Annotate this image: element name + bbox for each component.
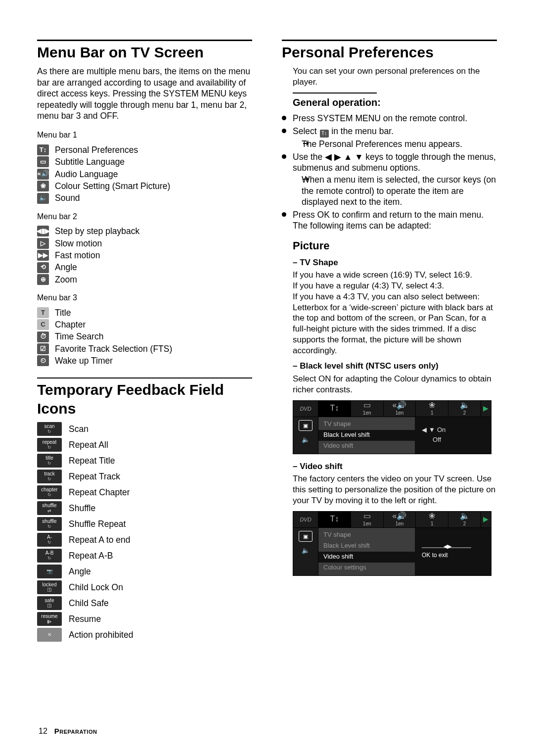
osd-side-picture-icon: ▣ <box>299 531 312 542</box>
step-press-ok: Press OK to confirm and return to the ma… <box>282 209 497 232</box>
osd-option-off: Off <box>433 436 441 444</box>
osd-item-video-shift: Video shift <box>318 552 415 563</box>
step-select-icon: Select T↕ in the menu bar. The Personal … <box>282 126 497 150</box>
osd-item-tv-shape: TV shape <box>318 419 415 430</box>
list-item: Child Lock On <box>69 582 123 593</box>
list-item: Repeat A to end <box>69 534 131 545</box>
heading-menu-bar: Menu Bar on TV Screen <box>37 40 252 62</box>
osd-black-level: DVD T↕ ▭1en «🔊1en ❀1 🔈2 ▶ ▣ 🔈 TV shape B… <box>293 400 491 454</box>
repeat-chapter-badge-icon: chapter↻ <box>37 485 62 499</box>
list-item: Repeat Chapter <box>69 487 130 498</box>
down-arrow-icon: ▼ <box>355 152 363 162</box>
colour-setting-icon: ❀ <box>37 181 49 191</box>
general-operation-steps: Press SYSTEM MENU on the remote control.… <box>282 113 497 231</box>
step-playback-icon: ◀▮▶ <box>37 226 49 236</box>
osd-item-video-shift: Video shift <box>318 441 415 452</box>
audio-lang-icon: «🔊 <box>37 169 49 180</box>
repeat-title-badge-icon: title↻ <box>37 454 62 468</box>
menu-bar-3-title: Menu bar 3 <box>37 293 252 303</box>
repeat-all-badge-icon: repeat↻ <box>37 438 62 452</box>
child-lock-on-badge-icon: locked⚿ <box>37 580 62 594</box>
list-item: Favorite Track Selection (FTS) <box>55 343 172 354</box>
list-item: Time Search <box>55 331 104 342</box>
osd-ok-hint: OK to exit <box>422 552 448 559</box>
resume-badge-icon: resume▮▸ <box>37 612 62 626</box>
menu-bar-1-title: Menu bar 1 <box>37 130 252 140</box>
sound-icon: 🔈 <box>37 193 49 204</box>
osd-option-on: On <box>437 426 445 434</box>
tv-shape-body: If you have a wide screen (16:9) TV, sel… <box>293 270 497 356</box>
black-level-title: – Black level shift (NTSC users only) <box>293 361 497 372</box>
list-item: Fast motion <box>55 250 100 261</box>
osd-side-picture-icon: ▣ <box>299 420 312 431</box>
repeat-track-badge-icon: track↻ <box>37 470 62 483</box>
list-item: Repeat All <box>69 439 108 450</box>
list-item: Angle <box>55 262 77 273</box>
black-level-body: Select ON for adapting the Colour dynami… <box>293 374 497 395</box>
list-item: Audio Language <box>55 169 118 180</box>
menu-bar-2-list: ◀▮▶Step by step playback ▷Slow motion ▶▶… <box>37 226 252 285</box>
osd-tab-sound-icon: 🔈2 <box>448 512 481 527</box>
osd-item-tv-shape: TV shape <box>318 530 415 541</box>
general-operation-title: General operation: <box>293 96 497 109</box>
shuffle-repeat-badge-icon: shuffle↻ <box>37 517 62 531</box>
osd-side-sound-icon: 🔈 <box>302 436 310 444</box>
picture-title: Picture <box>293 239 497 253</box>
list-item: Sound <box>55 192 80 203</box>
list-item: Scan <box>69 424 89 434</box>
osd-tab-colour-icon: ❀1 <box>416 401 448 417</box>
child-safe-badge-icon: safe⚿ <box>37 596 62 610</box>
slow-motion-icon: ▷ <box>37 238 49 249</box>
menu-bar-3-list: TTitle CChapter ⏱Time Search ☑Favorite T… <box>37 307 252 367</box>
list-item: Slow motion <box>55 238 102 249</box>
list-item: Action prohibited <box>69 629 133 640</box>
shuffle-badge-icon: shuffle⇄ <box>37 501 62 515</box>
list-item: Personal Preferences <box>55 144 138 155</box>
osd-slider <box>422 547 471 548</box>
osd-item-colour-settings: Colour settings <box>318 563 415 573</box>
osd-tab-audio-icon: «🔊1en <box>384 401 416 417</box>
osd-nav-right-icon: ▶ <box>481 515 491 524</box>
tv-shape-title: – TV Shape <box>293 257 497 268</box>
zoom-icon: ⊕ <box>37 274 49 285</box>
osd-tab-audio-icon: «🔊1en <box>384 512 416 527</box>
osd-tab-prefs-icon: T↕ <box>318 512 351 527</box>
osd-item-black-level: Black Level shift <box>318 430 415 441</box>
menu-bar-intro: As there are multiple menu bars, the ite… <box>37 66 252 121</box>
video-shift-title: – Video shift <box>293 461 497 472</box>
list-item: Repeat Track <box>69 471 120 482</box>
repeat-ab-badge-icon: A-B↻ <box>37 549 62 563</box>
list-item: Colour Setting (Smart Picture) <box>55 181 170 191</box>
heading-personal-preferences: Personal Preferences <box>282 40 497 62</box>
section-name: Preparation <box>54 726 97 736</box>
personal-prefs-intro: You can set your own personal preference… <box>293 66 497 88</box>
heading-feedback-icons: Temporary Feedback Field Icons <box>37 378 252 419</box>
osd-tab-subtitle-icon: ▭1en <box>351 401 384 417</box>
osd-nav-right-icon: ▶ <box>481 404 491 413</box>
osd-tab-sound-icon: 🔈2 <box>448 401 481 417</box>
dvd-logo-icon: DVD <box>293 512 318 527</box>
list-item: Angle <box>69 566 91 577</box>
list-item: Repeat Title <box>69 455 115 466</box>
list-item: Subtitle Language <box>55 156 125 167</box>
dvd-logo-icon: DVD <box>293 401 318 417</box>
subtitle-lang-icon: ▭ <box>37 156 49 167</box>
menu-bar-1-list: T↕Personal Preferences ▭Subtitle Languag… <box>37 144 252 204</box>
personal-prefs-icon: T↕ <box>37 144 49 155</box>
fts-icon: ☑ <box>37 343 49 354</box>
angle-badge-icon: 📷 <box>37 565 62 578</box>
list-item: Child Safe <box>69 598 109 609</box>
step-use-arrows: Use the ◀ ▶ ▲ ▼ keys to toggle through t… <box>282 151 497 208</box>
osd-video-shift: DVD T↕ ▭1en «🔊1en ❀1 🔈2 ▶ ▣ 🔈 TV shape B… <box>293 511 491 576</box>
osd-tab-subtitle-icon: ▭1en <box>351 512 384 527</box>
list-item: Chapter <box>55 319 86 330</box>
personal-prefs-inline-icon: T↕ <box>320 130 329 138</box>
prohibited-badge-icon: ✕ <box>37 628 62 642</box>
step-press-system-menu: Press SYSTEM MENU on the remote control. <box>282 113 497 124</box>
osd-tab-colour-icon: ❀1 <box>416 512 448 527</box>
list-item: Step by step playback <box>55 226 139 236</box>
chapter-icon: C <box>37 319 49 330</box>
menu-bar-2-title: Menu bar 2 <box>37 212 252 222</box>
list-item: Repeat A-B <box>69 550 113 561</box>
list-item: Shuffle Repeat <box>69 519 126 529</box>
